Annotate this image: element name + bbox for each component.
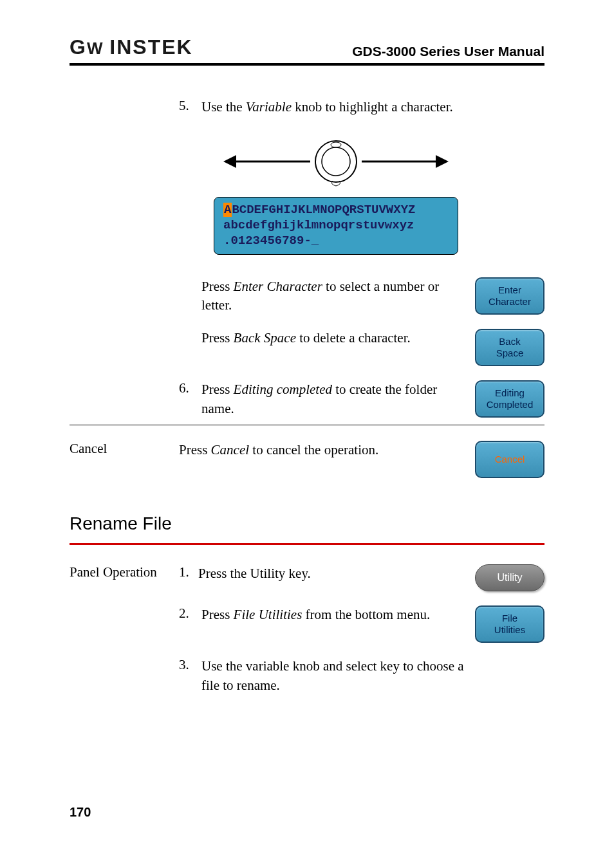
step-text: Use the variable knob and select key to …	[201, 657, 470, 695]
step-text: Press the Utility key.	[198, 564, 470, 591]
page-header: GW INSTEK GDS-3000 Series User Manual	[70, 35, 544, 66]
step-number: 5.	[179, 98, 201, 116]
file-utilities-button[interactable]: File Utilities	[475, 605, 544, 643]
svg-marker-3	[436, 155, 449, 168]
utility-key-button[interactable]: Utility	[475, 564, 544, 591]
back-space-row: Press Back Space to delete a character. …	[70, 329, 544, 366]
knob-svg	[214, 136, 458, 187]
step-2-row: 2. Press File Utilities from the bottom …	[70, 605, 544, 643]
panel-op-step1-row: Panel Operation 1. Press the Utility key…	[70, 564, 544, 591]
page-number: 170	[70, 805, 91, 820]
section-divider	[70, 425, 544, 425]
highlighted-char: A	[223, 203, 232, 217]
enter-character-row: Press Enter Character to select a number…	[70, 277, 544, 315]
step-number: 2.	[179, 605, 201, 643]
cancel-row: Cancel Press Cancel to cancel the operat…	[70, 441, 544, 478]
back-space-text: Press Back Space to delete a character.	[201, 329, 470, 366]
step-text: Press Editing completed to create the fo…	[201, 380, 470, 418]
svg-marker-1	[223, 155, 236, 168]
cancel-text: Press Cancel to cancel the operation.	[179, 441, 470, 478]
character-selector-box: ABCDEFGHIJKLMNOPQRSTUVWXYZ abcdefghijklm…	[214, 197, 458, 254]
svg-point-5	[322, 147, 350, 176]
step-6-row: 6. Press Editing completed to create the…	[70, 380, 544, 418]
svg-point-6	[331, 142, 341, 147]
step-text: Use the Variable knob to highlight a cha…	[201, 98, 470, 116]
brand-logo: GW INSTEK	[70, 35, 193, 59]
step-number: 3.	[179, 657, 201, 695]
rename-file-heading: Rename File	[70, 513, 544, 534]
knob-graphic-row: ABCDEFGHIJKLMNOPQRSTUVWXYZ abcdefghijklm…	[70, 123, 544, 270]
panel-operation-label: Panel Operation	[70, 564, 179, 591]
enter-character-button[interactable]: Enter Character	[475, 277, 544, 315]
manual-title: GDS-3000 Series User Manual	[352, 44, 544, 59]
step-3-row: 3. Use the variable knob and select key …	[70, 657, 544, 695]
enter-char-text: Press Enter Character to select a number…	[201, 277, 470, 315]
cancel-button[interactable]: Cancel	[475, 441, 544, 478]
step-number: 6.	[179, 380, 201, 418]
editing-completed-button[interactable]: Editing Completed	[475, 380, 544, 418]
cancel-label: Cancel	[70, 441, 179, 478]
step-5-row: 5. Use the Variable knob to highlight a …	[70, 98, 544, 116]
back-space-button[interactable]: Back Space	[475, 329, 544, 366]
step-text: Press File Utilities from the bottom men…	[201, 605, 470, 643]
heading-underline	[70, 543, 544, 545]
variable-knob-graphic	[201, 136, 470, 187]
